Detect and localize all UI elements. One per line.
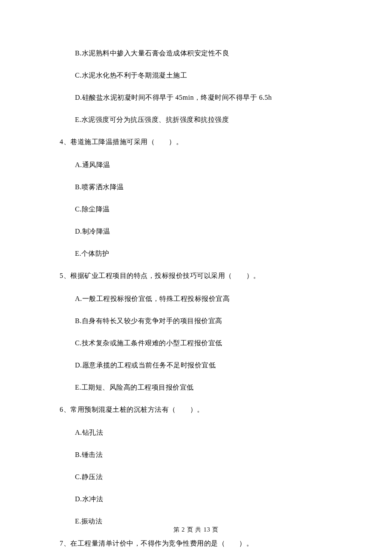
q5-option-c: C.技术复杂或施工条件艰难的小型工程报价宜低 <box>60 339 332 348</box>
q3-option-d: D.硅酸盐水泥初凝时间不得早于 45min，终凝时间不得早于 6.5h <box>60 93 332 102</box>
q6-option-a: A.钻孔法 <box>60 428 332 437</box>
q6-option-d: D.水冲法 <box>60 495 332 504</box>
q4-option-e: E.个体防护 <box>60 249 332 258</box>
q4-option-c: C.除尘降温 <box>60 205 332 214</box>
q4-option-a: A.通风降温 <box>60 161 332 170</box>
q4-stem: 4、巷道施工降温措施可采用（ ）。 <box>60 138 332 147</box>
q5-stem: 5、根据矿业工程项目的特点，投标报价技巧可以采用（ ）。 <box>60 272 332 280</box>
q6-stem: 6、常用预制混凝土桩的沉桩方法有（ ）。 <box>60 405 332 414</box>
q5-option-a: A.一般工程投标报价宜低，特殊工程投标报价宜高 <box>60 295 332 304</box>
q3-option-c: C.水泥水化热不利于冬期混凝土施工 <box>60 71 332 80</box>
q6-option-c: C.静压法 <box>60 473 332 482</box>
q3-option-e: E.水泥强度可分为抗压强度、抗折强度和抗拉强度 <box>60 116 332 124</box>
q5-option-b: B.自身有特长又较少有竞争对手的项目报价宜高 <box>60 317 332 326</box>
document-page: B.水泥熟料中掺入大量石膏会造成体积安定性不良 C.水泥水化热不利于冬期混凝土施… <box>0 0 392 555</box>
q7-stem: 7、在工程量清单计价中，不得作为竞争性费用的是（ ）。 <box>60 539 332 548</box>
q4-option-d: D.制冷降温 <box>60 227 332 236</box>
q3-option-b: B.水泥熟料中掺入大量石膏会造成体积安定性不良 <box>60 49 332 58</box>
q6-option-b: B.锤击法 <box>60 451 332 460</box>
page-footer: 第 2 页 共 13 页 <box>0 526 392 534</box>
q4-option-b: B.喷雾洒水降温 <box>60 183 332 192</box>
q5-option-d: D.愿意承揽的工程或当前任务不足时报价宜低 <box>60 361 332 370</box>
q5-option-e: E.工期短、风险高的工程项目报价宜低 <box>60 383 332 392</box>
q6-option-e: E.振动法 <box>60 517 332 526</box>
